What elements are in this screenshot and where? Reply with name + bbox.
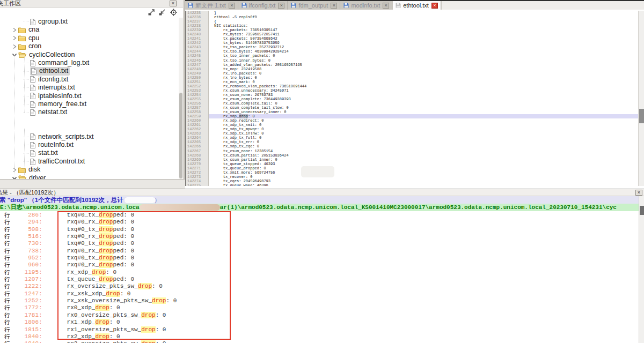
tree-file-network-scripts-txt[interactable]: network_scripts.txt [0, 133, 183, 141]
tree-file-stat-txt[interactable]: stat.txt [0, 149, 183, 157]
tab-modinfo-txt[interactable]: modinfo.txt× [341, 1, 392, 10]
editor-line-142250[interactable]: 142250 rx_lro_bytes: 0 [186, 76, 644, 80]
result-row-line-1849[interactable]: 行1849:rx2_oversize_pkts_sw_drop: 0 [0, 340, 639, 343]
tab-close-icon[interactable]: × [431, 3, 438, 9]
expand-all-icon[interactable] [148, 9, 156, 16]
editor-line-142273[interactable]: 142273 tx_recover: 0 [186, 175, 644, 179]
tree-folder-cpu[interactable]: cpu [0, 34, 183, 42]
result-row-line-1815[interactable]: 行1815:rx1_oversize_pkts_sw_drop: 0 [0, 326, 639, 333]
selected-tree-item[interactable]: ethtool.txt [30, 67, 70, 75]
result-row-line-738[interactable]: 行738:rxq#0_rx_dropped: 0 [0, 248, 639, 255]
editor-line-142263[interactable]: 142263 rx_xdp_tx_inlnw: 0 [186, 131, 644, 136]
tab-ifconfig-txt[interactable]: ifconfig.txt× [239, 1, 288, 10]
chevron-right-icon[interactable] [11, 44, 18, 49]
editor-line-142247[interactable]: 142247 tx_added_vlan_packets: 2051659571… [186, 63, 644, 67]
results-scrollbar-thumb[interactable] [640, 206, 644, 215]
editor-line-142236[interactable]: 142236ethtool -S enp1s0f0 [186, 15, 644, 19]
editor-line-142248[interactable]: 142248 tx_nop: 232419588 [186, 67, 644, 71]
result-row-line-1781[interactable]: 行1781:rx0_oversize_pkts_sw_drop: 0 [0, 312, 639, 319]
results-close-icon[interactable]: × [635, 190, 642, 196]
result-row-line-294[interactable]: 行294:rxq#0_rx_dropped: 0 [0, 219, 639, 226]
chevron-right-icon[interactable] [11, 27, 18, 33]
editor-line-142268[interactable]: 142268 tx_csum_partial: 205153836424 [186, 153, 644, 158]
editor-line-142245[interactable]: 142245 tx_tso_inner_packets: 0 [186, 54, 644, 58]
tree-file-ifconfig-txt[interactable]: ifconfig.txt [0, 76, 183, 84]
result-row-line-1207[interactable]: 行1207:tx_queue_dropped: 0 [0, 276, 639, 283]
tree-scrollbar-thumb[interactable] [179, 93, 182, 178]
tree-file-interrupts-txt[interactable]: interrupts.txt [0, 84, 183, 92]
tree-file-cgroup-txt[interactable]: cgroup.txt [0, 18, 183, 26]
editor-line-142253[interactable]: 142253 rx_csum_unnecessary: 34245971 [186, 88, 644, 93]
tree-folder-cna[interactable]: cna [0, 26, 183, 34]
tab--1-txt[interactable]: 新文件 1.txt× [185, 1, 238, 10]
tab-close-icon[interactable]: × [278, 3, 284, 9]
editor-line-142274[interactable]: 142274 tx_cqes: 204596498793 [186, 179, 644, 183]
tree-folder-cycliccollection[interactable]: cyclicCollection [0, 51, 183, 59]
tab-close-icon[interactable]: × [383, 3, 389, 9]
editor-line-142241[interactable]: 142241 tx_packets: 507354668642 [186, 36, 644, 41]
tab-close-icon[interactable]: × [229, 3, 235, 9]
result-row-line-516[interactable]: 行516:rxq#0_rx_dropped: 0 [0, 233, 639, 240]
editor-scrollbar-thumb[interactable] [639, 109, 644, 123]
locate-target-icon[interactable] [170, 9, 178, 16]
editor-line-142258[interactable]: 142258 rx_csum_unnecessary_inner: 0 [186, 110, 644, 114]
editor-line-142254[interactable]: 142254 rx_csum_none: 26759783 [186, 93, 644, 97]
editor-line-142238[interactable]: 142238NIC statistics: [186, 24, 644, 28]
editor-line-142249[interactable]: 142249 rx_lro_packets: 0 [186, 71, 644, 76]
editor-line-142256[interactable]: 142256 rx_csum_complete_tail: 0 [186, 101, 644, 106]
editor-line-142261[interactable]: 142261 rx_xdp_tx_xmit: 0 [186, 123, 644, 127]
tree-file-command-log-txt[interactable]: command_log.txt [0, 59, 183, 67]
editor-line-142266[interactable]: 142266 rx_xdp_tx_cqe: 0 [186, 144, 644, 148]
editor-line-142240[interactable]: 142240 rx_bytes: 735960572057411 [186, 32, 644, 36]
editor-line-142272[interactable]: 142272 tx_xmit_more: 569724756 [186, 170, 644, 175]
result-row-line-1840[interactable]: 行1840:rx2_xdp_drop: 0 [0, 333, 639, 340]
editor-line-142269[interactable]: 142269 tx_csum_partial_inner: 0 [186, 158, 644, 162]
editor-line-142255[interactable]: 142255 rx_csum_complete: 736449389393 [186, 97, 644, 101]
editor-line-142243[interactable]: 142243 tx_tso_packets: 35272932712 [186, 45, 644, 49]
tree-file-iptablesinfo-txt[interactable]: iptablesInfo.txt [0, 92, 183, 100]
result-row-line-508[interactable]: 行508:txq#0_tx_dropped: 0 [0, 226, 639, 233]
editor-line-142237[interactable]: 142237{ [186, 19, 644, 24]
editor-line-142244[interactable]: 142244 tx_tso_bytes: 463099429284214 [186, 49, 644, 54]
results-scrollbar[interactable] [639, 196, 644, 343]
editor-line-142267[interactable]: 142267 tx_csum_none: 12385154 [186, 149, 644, 153]
tree-folder-cron[interactable]: cron [0, 42, 183, 50]
tree-folder-disk[interactable]: disk [0, 166, 183, 174]
tree-file-ethtool-txt[interactable]: ethtool.txt [0, 67, 183, 75]
editor-line-142239[interactable]: 142239 rx_packets: 736510395147 [186, 28, 644, 32]
editor-line-142257[interactable]: 142257 rx_csum_complete_tail_slow: 0 [186, 106, 644, 110]
result-row-line-960[interactable]: 行960:rxq#0_rx_dropped: 0 [0, 262, 639, 269]
tab-close-icon[interactable]: × [331, 3, 337, 9]
tree-folder-driver[interactable]: driver [0, 174, 183, 179]
editor-line-142271[interactable]: 142271 tx_queue_dropped: 0 [186, 166, 644, 170]
tree-file-netstat-txt[interactable]: netstat.txt [0, 108, 183, 116]
editor-line-142252[interactable]: 142252 rx_removed_vlan_packets: 73651009… [186, 84, 644, 88]
result-file-path[interactable]: E:\日志\armod0523.odata.ncmp.unicom.locaar… [0, 204, 644, 211]
editor-line-142264[interactable]: 142264 rx_xdp_tx_full: 0 [186, 136, 644, 140]
tree-file-trafficcontrol-txt[interactable]: trafficControl.txt [0, 158, 183, 166]
result-row-line-1195[interactable]: 行1195:rx_xdp_drop: 0 [0, 269, 639, 276]
tree-file-memory-free-txt[interactable]: memory_free.txt [0, 100, 183, 108]
collapse-all-icon[interactable] [158, 9, 166, 16]
tree-file-routeinfo-txt[interactable]: routeInfo.txt [0, 141, 183, 149]
editor-line-142235[interactable]: 142235} [186, 11, 644, 15]
result-row-line-1222[interactable]: 行1222:rx_oversize_pkts_sw_drop: 0 [0, 283, 639, 290]
editor-line-142275[interactable]: 142275 tx_queue_wake: 46396 [186, 183, 644, 186]
chevron-right-icon[interactable] [11, 35, 18, 41]
editor-scrollbar[interactable] [638, 11, 644, 186]
result-row-line-952[interactable]: 行952:txq#0_tx_dropped: 0 [0, 255, 639, 262]
tab-ethtool-txt[interactable]: ethtool.txt× [393, 1, 441, 10]
tree-scrollbar[interactable] [179, 18, 183, 179]
editor-line-142262[interactable]: 142262 rx_xdp_tx_mpwqe: 0 [186, 127, 644, 131]
result-row-line-730[interactable]: 行730:txq#0_tx_dropped: 0 [0, 240, 639, 247]
editor-line-142270[interactable]: 142270 tx_queue_stopped: 46393 [186, 162, 644, 166]
result-row-line-1772[interactable]: 行1772:rx0_xdp_drop: 0 [0, 304, 639, 311]
result-row-line-1252[interactable]: 行1252:rx_xsk_oversize_pkts_sw_drop: 0 [0, 297, 639, 304]
editor-line-142242[interactable]: 142242 tx_bytes: 514607839753959 [186, 41, 644, 45]
result-row-line-286[interactable]: 行286:txq#0_tx_dropped: 0 [0, 212, 639, 219]
editor-line-142265[interactable]: 142265 rx_xdp_tx_err: 0 [186, 140, 644, 144]
tab-fdm-output[interactable]: fdm_output× [288, 1, 340, 10]
result-row-line-1247[interactable]: 行1247:rx_xsk_xdp_drop: 0 [0, 290, 639, 297]
editor-line-142259[interactable]: 142259 rx_xdp_drop: 0 [186, 114, 644, 118]
result-row-line-1806[interactable]: 行1806:rx1_xdp_drop: 0 [0, 319, 639, 326]
